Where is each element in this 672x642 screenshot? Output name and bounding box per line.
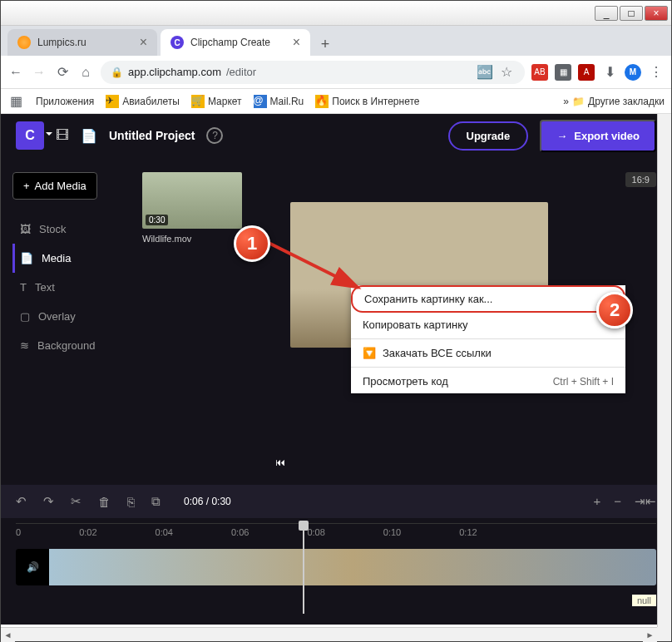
ctx-separator bbox=[351, 338, 625, 339]
apps-icon[interactable]: ▦ bbox=[7, 93, 24, 110]
url-domain: app.clipchamp.com bbox=[128, 66, 221, 78]
export-button[interactable]: →Export video bbox=[540, 120, 656, 152]
bookmark-item[interactable]: @Mail.Ru bbox=[254, 95, 304, 108]
translate-icon[interactable]: 🔤 bbox=[477, 64, 493, 81]
apps-label[interactable]: Приложения bbox=[36, 96, 94, 107]
sidebar-item-overlay[interactable]: ▢Overlay bbox=[12, 302, 131, 331]
media-panel: 0:30 Wildlife.mov bbox=[142, 157, 259, 483]
timeline-ruler[interactable]: 0 0:02 0:04 0:06 0:08 0:10 0:12 bbox=[16, 523, 656, 544]
playhead[interactable] bbox=[299, 521, 309, 531]
bookmarks-overflow[interactable]: »📁Другие закладки bbox=[563, 96, 665, 107]
app-header: C 🎞 📄 Untitled Project ? Upgrade →Export… bbox=[1, 114, 671, 157]
null-label: null bbox=[632, 595, 656, 606]
delete-icon[interactable]: 🗑 bbox=[98, 495, 111, 509]
ruler-tick: 0:02 bbox=[79, 527, 96, 537]
bookmarks-bar: ▦ Приложения ✈Авиабилеты 🛒Маркет @Mail.R… bbox=[1, 89, 671, 114]
prev-frame-icon[interactable]: ⏮ bbox=[275, 457, 285, 468]
layers-icon: ≋ bbox=[20, 339, 29, 352]
extension-pdf-icon[interactable]: A bbox=[578, 64, 595, 81]
undo-icon[interactable]: ↶ bbox=[16, 494, 27, 509]
annotation-marker-2: 2 bbox=[596, 292, 633, 328]
profile-avatar[interactable]: M bbox=[625, 64, 641, 81]
add-media-button[interactable]: +Add Media bbox=[12, 172, 97, 200]
ruler-tick: 0:06 bbox=[231, 527, 249, 537]
reload-icon[interactable]: ⟳ bbox=[54, 64, 71, 81]
project-title[interactable]: Untitled Project bbox=[109, 129, 195, 142]
sidebar: +Add Media 🖼Stock 📄Media TText ▢Overlay … bbox=[1, 157, 142, 483]
tab-title: Clipchamp Create bbox=[190, 37, 270, 48]
ctx-download-all-links[interactable]: 🔽Закачать ВСЕ ссылки bbox=[351, 341, 625, 365]
forward-icon[interactable]: → bbox=[31, 64, 47, 81]
ctx-copy-image[interactable]: Копировать картинку bbox=[351, 313, 625, 337]
tab-close-icon[interactable]: × bbox=[293, 35, 300, 50]
context-menu: Сохранить картинку как... Копировать кар… bbox=[351, 285, 625, 393]
bookmark-item[interactable]: 🔥Поиск в Интернете bbox=[315, 95, 419, 108]
timeline[interactable]: 0 0:02 0:04 0:06 0:08 0:10 0:12 🔊 bbox=[1, 518, 671, 625]
arrow-right-icon: → bbox=[556, 130, 567, 142]
scroll-left-icon[interactable]: ◄ bbox=[1, 628, 15, 642]
upgrade-button[interactable]: Upgrade bbox=[448, 121, 529, 151]
help-icon[interactable]: ? bbox=[206, 127, 223, 144]
sound-icon[interactable]: 🔊 bbox=[16, 549, 49, 585]
cut-icon[interactable]: ✂ bbox=[71, 494, 82, 509]
extension-download-icon[interactable]: ⬇ bbox=[601, 64, 618, 81]
duplicate-icon[interactable]: ⧉ bbox=[151, 494, 161, 509]
favicon-icon: C bbox=[170, 36, 184, 49]
tab-clipchamp[interactable]: C Clipchamp Create × bbox=[161, 29, 310, 56]
menu-icon[interactable]: ⋮ bbox=[648, 64, 665, 81]
video-icon[interactable]: 🎞 bbox=[56, 128, 69, 143]
plus-icon: + bbox=[23, 180, 30, 192]
bookmark-item[interactable]: 🛒Маркет bbox=[191, 95, 242, 108]
media-icon: 📄 bbox=[20, 252, 33, 264]
aspect-ratio-badge[interactable]: 16:9 bbox=[625, 172, 656, 187]
address-bar[interactable]: 🔒 app.clipchamp.com/editor 🔤 ☆ bbox=[101, 61, 525, 84]
scroll-right-icon[interactable]: ► bbox=[643, 628, 657, 642]
copy-icon[interactable]: ⎘ bbox=[127, 495, 135, 509]
sidebar-item-background[interactable]: ≋Background bbox=[12, 331, 131, 360]
sidebar-item-stock[interactable]: 🖼Stock bbox=[12, 215, 131, 244]
scroll-corner bbox=[657, 627, 671, 641]
timeline-timecode: 0:06 / 0:30 bbox=[184, 496, 231, 507]
extension-adblock-icon[interactable]: AB bbox=[531, 64, 548, 81]
tab-close-icon[interactable]: × bbox=[140, 35, 147, 50]
ctx-save-image-as[interactable]: Сохранить картинку как... bbox=[351, 285, 625, 313]
browser-toolbar: ← → ⟳ ⌂ 🔒 app.clipchamp.com/editor 🔤 ☆ A… bbox=[1, 56, 671, 89]
ctx-separator bbox=[351, 367, 625, 368]
back-icon[interactable]: ← bbox=[7, 64, 24, 81]
ctx-inspect[interactable]: Просмотреть кодCtrl + Shift + I bbox=[351, 369, 625, 393]
zoom-fit-icon[interactable]: ⇥⇤ bbox=[635, 494, 656, 509]
zoom-in-icon[interactable]: + bbox=[593, 494, 600, 509]
vertical-scrollbar[interactable] bbox=[657, 114, 671, 627]
url-path: /editor bbox=[226, 66, 256, 78]
sidebar-item-text[interactable]: TText bbox=[12, 273, 131, 302]
horizontal-scrollbar[interactable]: ◄► bbox=[1, 627, 657, 641]
extension-icon[interactable]: ▦ bbox=[555, 64, 571, 81]
window-close[interactable]: × bbox=[645, 6, 668, 21]
file-icon[interactable]: 📄 bbox=[81, 128, 97, 144]
browser-tabstrip: Lumpics.ru × C Clipchamp Create × + bbox=[1, 26, 671, 56]
download-icon: 🔽 bbox=[363, 347, 376, 359]
redo-icon[interactable]: ↷ bbox=[43, 494, 54, 509]
star-icon[interactable]: ☆ bbox=[498, 64, 515, 81]
media-thumbnail[interactable]: 0:30 bbox=[142, 172, 242, 229]
tab-lumpics[interactable]: Lumpics.ru × bbox=[7, 29, 157, 56]
ruler-tick: 0:08 bbox=[307, 527, 324, 537]
ctx-shortcut: Ctrl + Shift + I bbox=[553, 376, 614, 388]
sidebar-item-media[interactable]: 📄Media bbox=[12, 244, 131, 273]
overlay-icon: ▢ bbox=[20, 310, 30, 323]
timeline-toolbar: ↶ ↷ ✂ 🗑 ⎘ ⧉ 0:06 / 0:30 + − ⇥⇤ bbox=[1, 485, 671, 518]
thumbnail-duration: 0:30 bbox=[146, 215, 168, 225]
zoom-out-icon[interactable]: − bbox=[614, 494, 621, 509]
home-icon[interactable]: ⌂ bbox=[77, 64, 94, 81]
timeline-clip[interactable] bbox=[49, 549, 656, 585]
lock-icon: 🔒 bbox=[111, 67, 123, 78]
app-logo[interactable]: C bbox=[16, 121, 44, 150]
timeline-track[interactable]: 🔊 bbox=[16, 549, 656, 585]
new-tab-button[interactable]: + bbox=[314, 32, 337, 56]
favicon-icon bbox=[17, 36, 31, 49]
stock-icon: 🖼 bbox=[20, 223, 31, 235]
bookmark-item[interactable]: ✈Авиабилеты bbox=[106, 95, 180, 108]
window-maximize[interactable]: □ bbox=[620, 6, 643, 21]
window-minimize[interactable]: _ bbox=[595, 6, 618, 21]
tab-title: Lumpics.ru bbox=[37, 37, 86, 48]
